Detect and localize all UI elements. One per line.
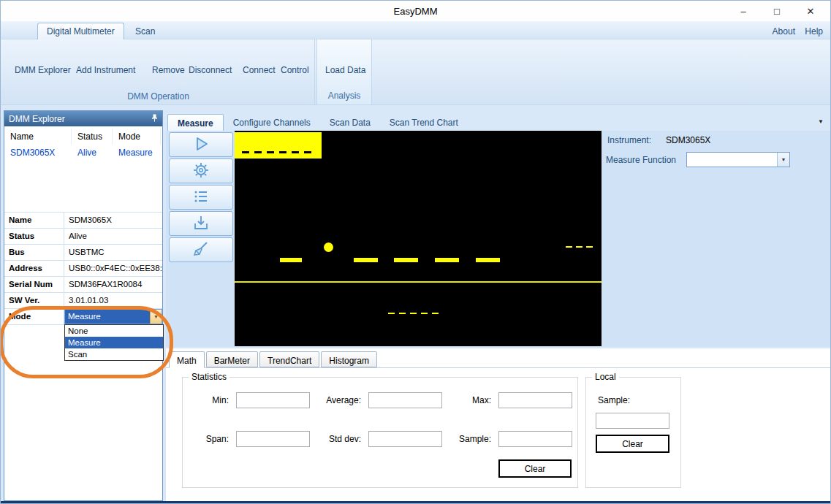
ribbon-tab-scan[interactable]: Scan [126, 23, 164, 39]
mode-combo-cell: Measure ▼ [64, 309, 162, 324]
disconnect-button[interactable]: Disconnect [185, 63, 235, 77]
explorer-header: DMM Explorer [4, 111, 162, 126]
tab-math[interactable]: Math [169, 351, 205, 368]
close-button[interactable]: ✕ [794, 6, 827, 17]
mode-combobox-value: Measure [65, 310, 150, 324]
add-instrument-button[interactable]: Add Instrument [72, 63, 139, 77]
dmm-display [235, 131, 602, 346]
load-data-button[interactable]: Load Data [322, 63, 369, 77]
property-label: Mode [4, 309, 64, 324]
property-value: 3.01.01.03 [64, 293, 162, 308]
chevron-down-icon[interactable]: ▼ [777, 153, 789, 167]
tab-overflow-icon[interactable]: ▼ [818, 118, 824, 125]
span-field: Span: [189, 431, 310, 447]
sample-input[interactable] [498, 431, 572, 447]
instrument-status: Alive [72, 145, 113, 161]
sample-label: Sample: [447, 434, 491, 444]
about-link[interactable]: About [773, 26, 795, 37]
workspace-tab-strip: Measure Configure Channels Scan Data Sca… [167, 114, 468, 131]
instrument-row[interactable]: SDM3065X Alive Measure [4, 145, 162, 161]
play-icon [192, 135, 210, 155]
mode-option-measure[interactable]: Measure [65, 337, 163, 348]
dmm-explorer-panel: DMM Explorer Name Status Mode SDM3065X A… [4, 110, 163, 501]
window-title: EasyDMM [1, 6, 830, 17]
instrument-list-header: Name Status Mode [4, 129, 162, 145]
property-label: Bus [4, 245, 64, 260]
instrument-name: SDM3065X [4, 145, 72, 161]
gear-icon [192, 161, 210, 181]
list-icon [192, 188, 210, 207]
remove-button[interactable]: Remove [148, 63, 189, 77]
help-link[interactable]: Help [805, 26, 823, 37]
property-row-mode: Mode Measure ▼ [4, 309, 162, 325]
run-button[interactable] [169, 132, 233, 157]
average-input[interactable] [368, 392, 442, 408]
dmm-explorer-button[interactable]: DMM Explorer [11, 63, 75, 77]
property-row-bus: Bus USBTMC [4, 245, 162, 261]
maximize-button[interactable]: □ [760, 6, 794, 17]
local-sample-input[interactable] [596, 413, 669, 429]
chevron-down-icon[interactable]: ▼ [150, 310, 162, 324]
min-field: Min: [189, 392, 310, 408]
minimize-button[interactable]: – [726, 6, 760, 17]
column-name: Name [4, 129, 72, 145]
span-label: Span: [189, 434, 229, 444]
group-label-dmm-operation: DMM Operation [2, 91, 314, 102]
min-input[interactable] [236, 392, 310, 408]
max-input[interactable] [498, 392, 572, 408]
tab-scan-trend-chart[interactable]: Scan Trend Chart [380, 114, 468, 131]
control-button[interactable]: Control [277, 63, 313, 77]
tab-configure-channels[interactable]: Configure Channels [224, 114, 320, 131]
property-label: SW Ver. [4, 293, 64, 308]
instrument-value: SDM3065X [666, 135, 710, 145]
pin-icon[interactable] [151, 114, 159, 124]
tab-histogram[interactable]: Histogram [321, 351, 377, 367]
min-label: Min: [189, 395, 229, 405]
property-label: Status [4, 229, 64, 244]
statistics-title: Statistics [189, 372, 229, 382]
tab-trendchart[interactable]: TrendChart [259, 351, 319, 367]
sample-field: Sample: [447, 431, 572, 447]
statistics-groupbox: Statistics Min: Average: Max: Span: Std … [182, 377, 578, 488]
save-data-button[interactable] [169, 211, 233, 236]
decimal-dot [324, 243, 333, 252]
property-grid: Name SDM3065X Status Alive Bus USBTMC Ad… [4, 212, 162, 325]
stddev-input[interactable] [368, 431, 442, 447]
column-mode: Mode [113, 129, 161, 145]
max-label: Max: [447, 395, 491, 405]
local-clear-button[interactable]: Clear [596, 435, 669, 453]
broom-icon [192, 240, 210, 260]
statistics-clear-button[interactable]: Clear [498, 459, 572, 478]
max-field: Max: [447, 392, 572, 408]
connect-button[interactable]: Connect [239, 63, 279, 77]
window-controls: – □ ✕ [726, 1, 827, 21]
tab-barmeter[interactable]: BarMeter [206, 351, 258, 367]
clear-display-button[interactable] [169, 237, 233, 262]
tab-measure[interactable]: Measure [167, 114, 224, 131]
display-divider [235, 281, 602, 283]
stddev-label: Std dev: [307, 434, 361, 444]
average-field: Average: [307, 392, 442, 408]
property-value: USB0::0xF4EC::0xEE38::... [64, 261, 162, 276]
mode-option-scan[interactable]: Scan [65, 348, 163, 360]
group-label-analysis: Analysis [317, 91, 371, 101]
stddev-field: Std dev: [307, 431, 442, 447]
instrument-label: Instrument: [607, 135, 651, 145]
ribbon-tab-digital-multimeter[interactable]: Digital Multimeter [37, 23, 124, 39]
property-value: Alive [64, 229, 162, 244]
property-label: Name [4, 213, 64, 228]
local-groupbox: Local Sample: Clear [585, 377, 681, 488]
tab-scan-data[interactable]: Scan Data [320, 114, 380, 131]
property-value: SDM3065X [64, 213, 162, 228]
explorer-title: DMM Explorer [9, 114, 65, 124]
local-sample-label: Sample: [598, 395, 630, 405]
settings-button[interactable] [169, 159, 233, 183]
property-row-address: Address USB0::0xF4EC::0xEE38::... [4, 261, 162, 277]
measure-function-combobox[interactable]: ▼ [686, 152, 790, 167]
list-button[interactable] [169, 185, 233, 210]
mode-combobox[interactable]: Measure ▼ [64, 309, 162, 324]
title-bar: EasyDMM – □ ✕ [1, 1, 830, 21]
span-input[interactable] [236, 431, 310, 447]
mode-option-none[interactable]: None [65, 325, 163, 337]
help-links: About Help [765, 26, 823, 37]
